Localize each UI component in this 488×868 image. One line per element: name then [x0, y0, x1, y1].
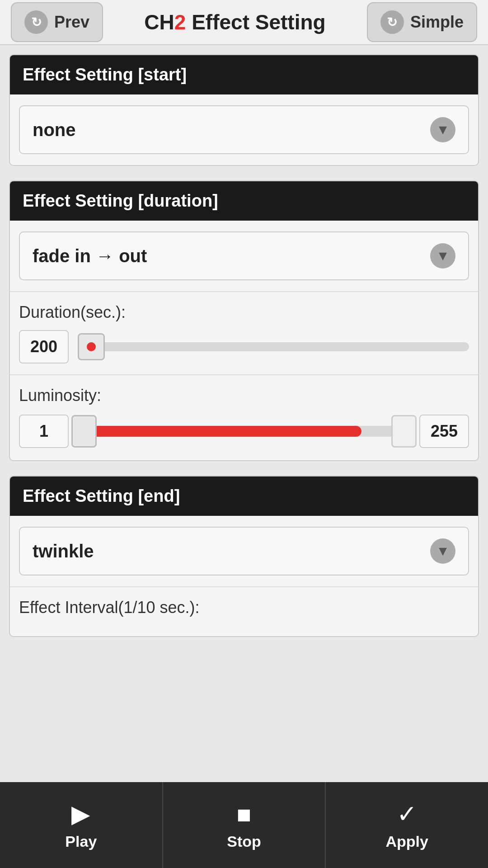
play-button[interactable]: ▶ Play: [0, 782, 163, 868]
page-title: CH2 Effect Setting: [144, 10, 325, 34]
play-label: Play: [65, 833, 97, 850]
main-content: Effect Setting [start] none ▼ Effect Set…: [0, 45, 488, 733]
luminosity-thumb-right[interactable]: [391, 415, 417, 448]
effect-duration-title: Effect Setting [duration]: [23, 191, 218, 210]
effect-start-header: Effect Setting [start]: [10, 55, 478, 94]
simple-label: Simple: [410, 13, 464, 32]
luminosity-track-container[interactable]: [76, 413, 412, 449]
duration-value-box[interactable]: 200: [19, 330, 69, 363]
effect-duration-section: Effect Setting [duration] fade in → out …: [9, 180, 479, 461]
effect-duration-dropdown-body: fade in → out ▼: [10, 221, 478, 291]
header: ↻ Prev CH2 Effect Setting ↻ Simple: [0, 0, 488, 45]
effect-duration-value: fade in → out: [33, 246, 147, 266]
luminosity-slider-row: 1 255: [19, 413, 469, 449]
duration-row: Duration(sec.): 200: [10, 291, 478, 374]
effect-end-header: Effect Setting [end]: [10, 476, 478, 516]
duration-slider-track[interactable]: [78, 342, 469, 351]
title-suffix: Effect Setting: [186, 10, 325, 34]
stop-button[interactable]: ■ Stop: [163, 782, 326, 868]
title-prefix: CH: [144, 10, 174, 34]
apply-button[interactable]: ✓ Apply: [326, 782, 488, 868]
effect-duration-dropdown[interactable]: fade in → out ▼: [19, 231, 469, 280]
apply-label: Apply: [385, 833, 428, 850]
simple-icon: ↻: [380, 10, 404, 34]
effect-end-dropdown-body: twinkle ▼: [10, 516, 478, 586]
effect-end-arrow-icon: ▼: [430, 538, 455, 564]
duration-thumb-dot: [87, 342, 96, 351]
effect-end-section: Effect Setting [end] twinkle ▼ Effect In…: [9, 476, 479, 637]
duration-slider-row: 200: [19, 330, 469, 363]
interval-label: Effect Interval(1/10 sec.):: [19, 598, 469, 617]
effect-start-value: none: [33, 120, 76, 140]
effect-start-arrow-icon: ▼: [430, 117, 455, 142]
title-channel: 2: [174, 10, 186, 34]
bottom-bar: ▶ Play ■ Stop ✓ Apply: [0, 782, 488, 868]
effect-duration-header: Effect Setting [duration]: [10, 181, 478, 221]
luminosity-min-box[interactable]: 1: [19, 415, 69, 448]
effect-duration-arrow-icon: ▼: [430, 243, 455, 269]
luminosity-track: [76, 426, 412, 437]
interval-row: Effect Interval(1/10 sec.):: [10, 586, 478, 636]
luminosity-label: Luminosity:: [19, 386, 469, 405]
simple-button[interactable]: ↻ Simple: [367, 2, 477, 42]
effect-end-title: Effect Setting [end]: [23, 486, 180, 505]
prev-icon: ↻: [24, 10, 48, 34]
prev-button[interactable]: ↻ Prev: [11, 2, 103, 42]
effect-start-section: Effect Setting [start] none ▼: [9, 54, 479, 166]
luminosity-row: Luminosity: 1 255: [10, 374, 478, 460]
effect-start-body: none ▼: [10, 94, 478, 165]
effect-start-title: Effect Setting [start]: [23, 65, 187, 84]
play-icon: ▶: [71, 800, 90, 828]
effect-end-dropdown[interactable]: twinkle ▼: [19, 527, 469, 576]
apply-icon: ✓: [397, 800, 417, 828]
effect-start-dropdown[interactable]: none ▼: [19, 105, 469, 154]
duration-slider-thumb[interactable]: [78, 333, 105, 360]
stop-icon: ■: [237, 800, 252, 828]
luminosity-thumb-left[interactable]: [71, 415, 97, 448]
duration-label: Duration(sec.):: [19, 303, 469, 322]
luminosity-max-box[interactable]: 255: [419, 415, 469, 448]
effect-end-value: twinkle: [33, 541, 94, 561]
prev-label: Prev: [54, 13, 89, 32]
luminosity-fill: [76, 426, 361, 437]
stop-label: Stop: [227, 833, 261, 850]
